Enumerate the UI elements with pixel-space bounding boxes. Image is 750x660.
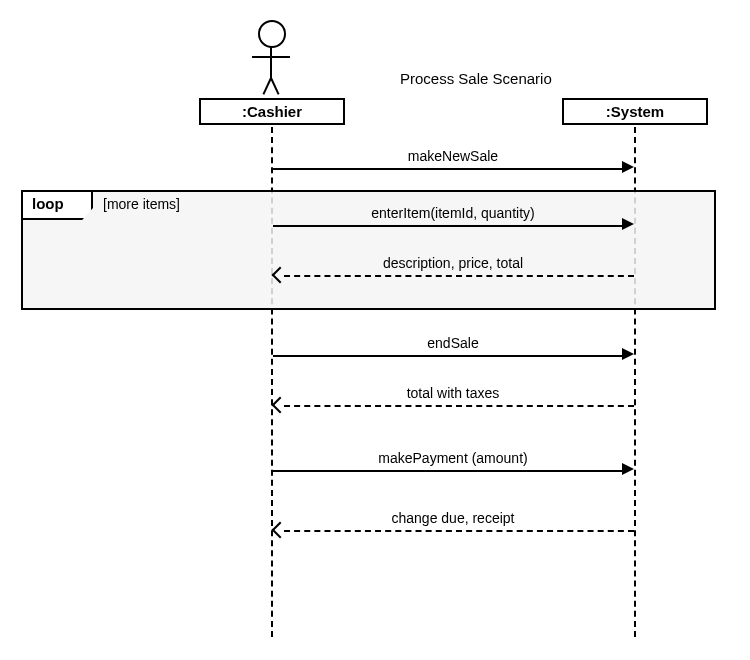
msg-description-arrow <box>284 275 634 277</box>
msg-description-label: description, price, total <box>273 255 633 271</box>
arrowhead-icon <box>622 218 634 230</box>
msg-makeNewSale-arrow <box>273 168 623 170</box>
msg-totalTaxes-label: total with taxes <box>273 385 633 401</box>
msg-makePayment-arrow <box>273 470 623 472</box>
msg-endSale-label: endSale <box>273 335 633 351</box>
msg-totalTaxes-arrow <box>284 405 634 407</box>
msg-changeDue-arrow <box>284 530 634 532</box>
arrowhead-icon <box>622 161 634 173</box>
participant-cashier-label: :Cashier <box>242 103 302 120</box>
participant-system: :System <box>562 98 708 125</box>
loop-operator-label: loop <box>32 195 64 212</box>
msg-makeNewSale-label: makeNewSale <box>273 148 633 164</box>
loop-guard-label: [more items] <box>103 196 180 212</box>
msg-changeDue-label: change due, receipt <box>273 510 633 526</box>
arrowhead-icon <box>622 463 634 475</box>
arrowhead-icon <box>622 348 634 360</box>
sequence-diagram: Process Sale Scenario :Cashier :System m… <box>0 0 750 660</box>
msg-endSale-arrow <box>273 355 623 357</box>
diagram-title: Process Sale Scenario <box>400 70 552 87</box>
participant-system-label: :System <box>606 103 664 120</box>
msg-enterItem-label: enterItem(itemId, quantity) <box>273 205 633 221</box>
participant-cashier: :Cashier <box>199 98 345 125</box>
msg-enterItem-arrow <box>273 225 623 227</box>
msg-makePayment-label: makePayment (amount) <box>273 450 633 466</box>
